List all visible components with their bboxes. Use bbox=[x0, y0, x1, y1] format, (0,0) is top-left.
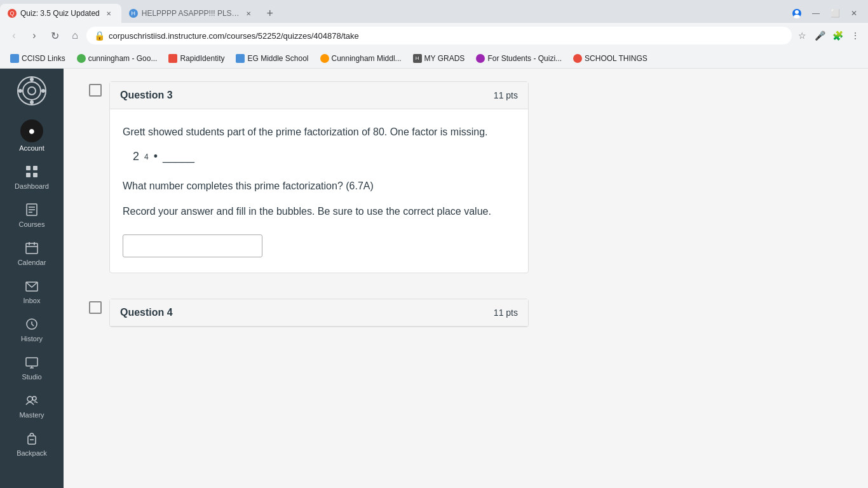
sidebar-label-calendar: Calendar bbox=[18, 259, 46, 266]
math-dot: • bbox=[154, 150, 158, 163]
svg-point-4 bbox=[23, 82, 41, 100]
question-pts-4: 11 pts bbox=[494, 308, 518, 318]
maximize-button[interactable]: ⬜ bbox=[826, 4, 844, 22]
sidebar-label-backpack: Backpack bbox=[17, 449, 47, 457]
tab-title-1: Quiz: 3.5 Quiz Updated bbox=[20, 9, 100, 18]
svg-point-1 bbox=[795, 10, 799, 14]
browser-frame: Q Quiz: 3.5 Quiz Updated ✕ H HELPPPP ASA… bbox=[0, 0, 868, 69]
reload-button[interactable]: ↻ bbox=[46, 27, 64, 44]
tab-quiz[interactable]: Q Quiz: 3.5 Quiz Updated ✕ bbox=[0, 4, 121, 23]
question-text-3a: Grett showed students part of the prime … bbox=[123, 125, 515, 140]
bookmark-label-eg: EG Middle School bbox=[247, 54, 308, 63]
tab-favicon-2: H bbox=[129, 9, 138, 18]
bookmark-label-fs: For Students - Quizi... bbox=[487, 54, 562, 63]
math-expression-3: 24 • _____ bbox=[133, 150, 515, 163]
tab-close-2[interactable]: ✕ bbox=[243, 8, 254, 18]
menu-button[interactable]: ⋮ bbox=[848, 28, 863, 43]
tab-favicon-1: Q bbox=[8, 9, 17, 18]
bookmark-cunningham[interactable]: cunningham - Goo... bbox=[72, 51, 163, 65]
tab-bar: Q Quiz: 3.5 Quiz Updated ✕ H HELPPPP ASA… bbox=[0, 0, 868, 23]
svg-rect-18 bbox=[26, 243, 37, 254]
profile-icon[interactable] bbox=[788, 4, 806, 22]
sidebar-label-account: Account bbox=[19, 144, 44, 152]
sidebar-item-dashboard[interactable]: Dashboard bbox=[5, 159, 58, 195]
svg-point-8 bbox=[18, 89, 22, 93]
svg-rect-12 bbox=[26, 173, 31, 177]
bm-favicon-cm bbox=[320, 54, 329, 63]
sidebar-label-mastery: Mastery bbox=[19, 411, 44, 419]
backpack-icon bbox=[25, 431, 39, 447]
tab-helpppp[interactable]: H HELPPPP ASAPPP!!! PLSSSSS... ✕ bbox=[121, 4, 261, 23]
address-bar: ‹ › ↻ ⌂ 🔒 corpuschristiisd.instructure.c… bbox=[0, 23, 868, 48]
svg-rect-11 bbox=[33, 166, 37, 170]
question-card-4: Question 4 11 pts bbox=[109, 299, 529, 327]
sidebar-item-backpack[interactable]: Backpack bbox=[5, 426, 58, 462]
home-button[interactable]: ⌂ bbox=[66, 27, 84, 44]
sidebar-item-history[interactable]: History bbox=[5, 312, 58, 348]
address-text: corpuschristiisd.instructure.com/courses… bbox=[109, 31, 784, 41]
sidebar-item-mastery[interactable]: Mastery bbox=[5, 388, 58, 424]
answer-input-3[interactable] bbox=[123, 234, 262, 257]
flag-input-q4[interactable] bbox=[89, 301, 102, 314]
address-input[interactable]: 🔒 corpuschristiisd.instructure.com/cours… bbox=[86, 27, 792, 44]
svg-rect-10 bbox=[26, 166, 31, 170]
microphone-icon[interactable]: 🎤 bbox=[812, 28, 827, 43]
bookmark-label-ccisd: CCISD Links bbox=[22, 54, 65, 63]
question-pts-3: 11 pts bbox=[494, 90, 518, 100]
bookmark-forstudents[interactable]: For Students - Quizi... bbox=[471, 51, 567, 65]
sidebar-item-courses[interactable]: Courses bbox=[5, 198, 58, 233]
svg-point-7 bbox=[30, 100, 34, 104]
new-tab-button[interactable]: + bbox=[261, 4, 279, 22]
canvas-logo bbox=[16, 75, 48, 107]
question-text-3c: Record your answer and fill in the bubbl… bbox=[123, 204, 515, 219]
flag-checkbox-q4[interactable] bbox=[89, 300, 102, 314]
bookmark-eg[interactable]: EG Middle School bbox=[231, 51, 313, 65]
bookmark-cunningham-middle[interactable]: Cunningham Middl... bbox=[315, 51, 407, 65]
question-text-3b: What number completes this prime factori… bbox=[123, 179, 515, 194]
bookmark-rapididentity[interactable]: RapidIdentity bbox=[163, 51, 229, 65]
minimize-button[interactable]: — bbox=[807, 4, 825, 22]
extensions-icon[interactable]: 🧩 bbox=[830, 28, 845, 43]
svg-point-2 bbox=[794, 15, 800, 18]
close-button[interactable]: ✕ bbox=[845, 4, 863, 22]
inbox-icon bbox=[25, 279, 39, 295]
bookmark-ccisd[interactable]: CCISD Links bbox=[5, 51, 71, 65]
sidebar-label-dashboard: Dashboard bbox=[15, 182, 49, 190]
page-content: Question 3 11 pts Grett showed students … bbox=[64, 69, 868, 488]
forward-button[interactable]: › bbox=[25, 27, 43, 44]
svg-point-5 bbox=[28, 87, 36, 95]
question-body-3: Grett showed students part of the prime … bbox=[110, 109, 528, 273]
bookmark-school[interactable]: SCHOOL THINGS bbox=[568, 51, 653, 65]
bookmark-label-grads: MY GRADS bbox=[424, 54, 465, 63]
back-button[interactable]: ‹ bbox=[5, 27, 23, 44]
sidebar-label-studio: Studio bbox=[22, 373, 41, 381]
flag-checkbox-q3[interactable] bbox=[89, 83, 102, 97]
address-icons: ☆ 🎤 🧩 ⋮ bbox=[794, 28, 863, 43]
dashboard-icon bbox=[25, 165, 39, 180]
avatar: ● bbox=[20, 119, 43, 142]
question-title-3: Question 3 bbox=[120, 90, 173, 101]
svg-point-9 bbox=[41, 89, 45, 93]
sidebar-item-studio[interactable]: Studio bbox=[5, 350, 58, 386]
question-3-row: Question 3 11 pts Grett showed students … bbox=[89, 81, 843, 286]
sidebar-item-calendar[interactable]: Calendar bbox=[5, 236, 58, 271]
bm-favicon-fs bbox=[476, 54, 485, 63]
sidebar-item-account[interactable]: ● Account bbox=[5, 114, 58, 157]
bookmark-mygrads[interactable]: H MY GRADS bbox=[408, 51, 470, 65]
bm-favicon-cunningham bbox=[77, 54, 86, 63]
question-header-3: Question 3 11 pts bbox=[110, 82, 528, 109]
question-title-4: Question 4 bbox=[120, 307, 173, 318]
sidebar-item-inbox[interactable]: Inbox bbox=[5, 274, 58, 309]
canvas-sidebar: ● Account Dashboard bbox=[0, 69, 64, 488]
star-icon[interactable]: ☆ bbox=[794, 28, 810, 43]
svg-point-27 bbox=[27, 396, 32, 402]
math-blank: _____ bbox=[163, 150, 194, 163]
math-exponent: 4 bbox=[144, 152, 149, 161]
tab-close-1[interactable]: ✕ bbox=[104, 8, 114, 18]
tab-title-2: HELPPPP ASAPPP!!! PLSSSSS... bbox=[142, 9, 240, 18]
bookmark-label-rapid: RapidIdentity bbox=[180, 54, 224, 63]
question-header-4: Question 4 11 pts bbox=[110, 299, 528, 327]
flag-input-q3[interactable] bbox=[89, 84, 102, 97]
svg-rect-24 bbox=[26, 358, 37, 366]
bm-favicon-rapid bbox=[168, 54, 177, 63]
